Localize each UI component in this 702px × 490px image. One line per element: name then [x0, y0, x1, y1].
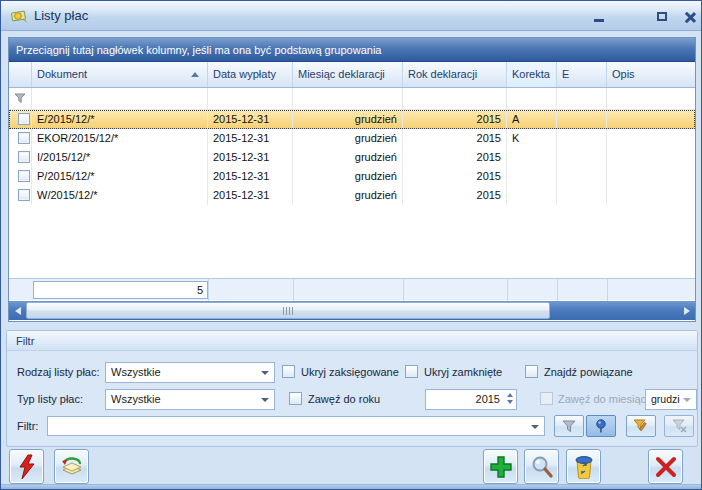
column-header-label: E [562, 68, 569, 80]
window-bottom-edge [1, 484, 701, 490]
cell-dokument: EKOR/2015/12/* [32, 129, 208, 148]
group-by-bar[interactable]: Przeciągnij tutaj nagłówek kolumny, jeśl… [9, 38, 695, 62]
cell-rok: 2015 [403, 129, 507, 148]
cell-e [557, 186, 607, 205]
cell-data-wyplaty: 2015-12-31 [208, 110, 293, 129]
column-header-korekta[interactable]: Korekta [507, 62, 557, 87]
column-header-label: Dokument [37, 68, 87, 80]
minimize-icon[interactable] [590, 9, 608, 24]
cell-korekta [507, 148, 557, 167]
zawez-do-roku-label: Zawęź do roku [308, 389, 380, 410]
rok-spinner[interactable]: 2015 [425, 389, 517, 410]
close-window-button[interactable] [648, 449, 683, 484]
close-icon[interactable] [681, 9, 699, 24]
row-checkbox[interactable] [18, 170, 30, 182]
sort-ascending-icon [191, 72, 199, 77]
auto-filter-funnel-cell[interactable] [9, 88, 32, 109]
filter-pin-button[interactable] [586, 415, 616, 437]
table-row[interactable]: P/2015/12/* 2015-12-31 grudzień 2015 [9, 167, 695, 186]
funnel-icon [14, 93, 26, 104]
cell-data-wyplaty: 2015-12-31 [208, 167, 293, 186]
cell-data-wyplaty: 2015-12-31 [208, 186, 293, 205]
cell-data-wyplaty: 2015-12-31 [208, 148, 293, 167]
add-plus-icon [489, 455, 513, 479]
scrollbar-thumb[interactable] [26, 302, 550, 319]
payroll-icon [10, 8, 28, 24]
row-checkbox[interactable] [18, 189, 30, 201]
znajdz-powiazane-checkbox[interactable] [525, 365, 538, 378]
view-button[interactable] [524, 449, 559, 484]
column-header-label: Rok deklaracji [408, 68, 477, 80]
ukryj-zamkniete-label: Ukryj zamknięte [424, 362, 502, 383]
filter-funnel-button[interactable] [554, 415, 584, 437]
close-payroll-button[interactable] [54, 449, 89, 484]
auto-filter-cell[interactable] [32, 88, 208, 109]
funnel-icon [562, 420, 576, 433]
lightning-icon [17, 454, 37, 480]
column-header-e[interactable]: E [557, 62, 607, 87]
scroll-left-icon[interactable] [9, 301, 26, 320]
auto-filter-cell[interactable] [507, 88, 557, 109]
auto-filter-cell[interactable] [293, 88, 403, 109]
filtr-combobox[interactable] [47, 416, 545, 436]
payroll-grid: Przeciągnij tutaj nagłówek kolumny, jeśl… [8, 37, 696, 322]
maximize-icon[interactable] [653, 9, 671, 24]
ukryj-zaksiegowane-checkbox[interactable] [282, 365, 295, 378]
auto-filter-cell[interactable] [607, 88, 695, 109]
auto-filter-cell[interactable] [403, 88, 507, 109]
clear-filter-funnel-icon [672, 419, 687, 433]
row-checkbox[interactable] [18, 132, 30, 144]
column-header-opis[interactable]: Opis [607, 62, 695, 87]
row-checkbox-cell [9, 129, 32, 148]
row-checkbox[interactable] [18, 151, 30, 163]
filter-groupbox-title: Filtr [7, 331, 697, 351]
trash-icon [573, 454, 595, 479]
clear-filter-button[interactable] [664, 415, 694, 437]
edit-filter-funnel-icon [633, 419, 649, 433]
scroll-right-icon[interactable] [678, 301, 695, 320]
spinner-arrows-icon[interactable] [507, 393, 513, 404]
auto-filter-cell[interactable] [557, 88, 607, 109]
row-checkbox-cell [9, 186, 32, 205]
horizontal-scrollbar[interactable] [9, 301, 695, 320]
delete-button[interactable] [566, 449, 601, 484]
add-button[interactable] [483, 449, 518, 484]
edit-filter-button[interactable] [626, 415, 656, 437]
row-checkbox[interactable] [18, 113, 30, 125]
cell-opis [607, 167, 695, 186]
window-title: Listy płac [34, 8, 88, 23]
ukryj-zamkniete-checkbox[interactable] [405, 365, 418, 378]
filtr-label: Filtr: [17, 416, 38, 437]
zawez-do-miesiaca-checkbox[interactable] [540, 392, 553, 405]
rodzaj-listy-plac-select[interactable]: Wszystkie [105, 362, 275, 383]
cell-dokument: P/2015/12/* [32, 167, 208, 186]
titlebar[interactable]: Listy płac [1, 1, 701, 31]
column-header-label: Korekta [512, 68, 550, 80]
auto-filter-cell[interactable] [208, 88, 293, 109]
cell-miesiac: grudzień [293, 110, 403, 129]
thumb-grip [283, 307, 293, 315]
grid-header-row: Dokument Data wypłaty Miesiąc deklaracji… [9, 62, 695, 88]
column-header-checkbox[interactable] [9, 62, 32, 87]
column-header-rok-deklaracji[interactable]: Rok deklaracji [403, 62, 507, 87]
zawez-do-miesiaca-label: Zawęź do miesiąca [558, 389, 652, 410]
typ-listy-plac-select[interactable]: Wszystkie [105, 389, 275, 410]
zawez-do-roku-checkbox[interactable] [289, 392, 302, 405]
miesiac-select[interactable]: grudzień [645, 389, 697, 410]
pushpin-icon [594, 419, 608, 433]
miesiac-value: grudzień [651, 390, 680, 409]
table-row[interactable]: EKOR/2015/12/* 2015-12-31 grudzień 2015 … [9, 129, 695, 148]
column-header-dokument[interactable]: Dokument [32, 62, 208, 87]
table-row[interactable]: E/2015/12/* 2015-12-31 grudzień 2015 A [9, 110, 695, 129]
cell-e [557, 110, 607, 129]
table-row[interactable]: W/2015/12/* 2015-12-31 grudzień 2015 [9, 186, 695, 205]
column-header-data-wyplaty[interactable]: Data wypłaty [208, 62, 293, 87]
payroll-closing-icon [59, 454, 85, 480]
ukryj-zaksiegowane-label: Ukryj zaksięgowane [301, 362, 399, 383]
cell-e [557, 148, 607, 167]
quick-payroll-button[interactable] [9, 449, 44, 484]
cell-opis [607, 186, 695, 205]
column-header-label: Opis [612, 68, 635, 80]
column-header-miesiac-deklaracji[interactable]: Miesiąc deklaracji [293, 62, 403, 87]
table-row[interactable]: I/2015/12/* 2015-12-31 grudzień 2015 [9, 148, 695, 167]
